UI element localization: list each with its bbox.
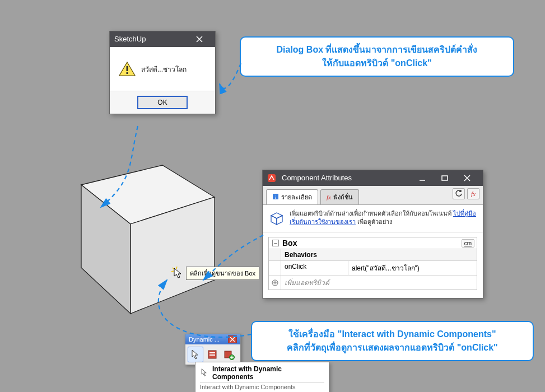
svg-marker-10	[271, 213, 282, 218]
attribute-grid: − Box cm Behaviors onClick alert("สวัสดี…	[268, 237, 477, 290]
tab-functions[interactable]: fx ฟังก์ชั่น	[320, 189, 359, 204]
dialog-title: SketchUp	[114, 31, 188, 47]
toggle-formula-button[interactable]: fx	[467, 188, 479, 199]
close-icon[interactable]	[456, 170, 478, 186]
component-name: Box	[282, 239, 462, 248]
sketchup-alert-dialog: SketchUp สวัสดี...ชาวโลก OK	[109, 31, 216, 114]
svg-rect-4	[127, 66, 128, 71]
interact-cursor-icon	[200, 368, 209, 379]
tool-component-attributes[interactable]	[221, 347, 237, 362]
svg-rect-16	[209, 354, 215, 356]
interact-cursor: คลิกเพื่อดูขนาดของ Box	[171, 267, 259, 280]
dialog-titlebar[interactable]: SketchUp	[110, 31, 215, 47]
svg-rect-15	[209, 352, 215, 353]
annotation-callout-top: Dialog Box ที่แสดงขึ้นมาจากการเขียนสคริป…	[240, 36, 514, 77]
tab-detail[interactable]: i รายละเอียด	[266, 189, 318, 204]
dynamic-components-toolbar[interactable]: Dynamic ...	[185, 334, 241, 365]
tab-label: ฟังก์ชั่น	[333, 192, 353, 202]
toolbar-header[interactable]: Dynamic ...	[185, 334, 240, 344]
tool-interact[interactable]	[188, 347, 203, 362]
section-behaviors: Behaviors	[281, 249, 320, 260]
annotation-callout-bottom: ใช้เครื่องมือ "Interact with Dynamic Com…	[251, 321, 534, 361]
tab-label: รายละเอียด	[281, 192, 312, 202]
app-icon	[267, 174, 276, 183]
component-attributes-window: Component Attributes i รายละเอียด fx ฟัง…	[262, 170, 483, 298]
svg-marker-11	[271, 216, 277, 225]
info-bar: เพิ่มแอตทริบิวต์ด้านล่างเพื่อกำหนดตัวเลื…	[263, 205, 483, 232]
annotated-screenshot: SketchUp สวัสดี...ชาวโลก OK Dialog Box ท…	[0, 0, 545, 392]
interact-cursor-icon	[171, 267, 185, 280]
maximize-icon[interactable]	[434, 170, 456, 186]
refresh-button[interactable]	[453, 188, 465, 199]
callout-text: ใช้เครื่องมือ "Interact with Dynamic Com…	[287, 329, 497, 352]
add-attribute-link[interactable]: เพิ่มแอตทริบิวต์	[281, 276, 477, 290]
warning-icon	[119, 62, 136, 76]
cursor-tooltip: คลิกเพื่อดูขนาดของ Box	[186, 267, 259, 280]
toolbar-tooltip-card: Interact with Dynamic Components Interac…	[195, 362, 329, 392]
component-box-3d[interactable]	[59, 146, 227, 325]
add-icon[interactable]	[269, 276, 281, 290]
dialog-message: สวัสดี...ชาวโลก	[141, 64, 187, 74]
callout-text: Dialog Box ที่แสดงขึ้นมาจากการเขียนสคริป…	[276, 45, 477, 68]
tool-component-options[interactable]	[204, 347, 220, 362]
close-icon[interactable]	[188, 31, 211, 47]
window-titlebar[interactable]: Component Attributes	[263, 170, 483, 186]
info-icon: i	[272, 193, 279, 201]
svg-rect-7	[442, 176, 448, 180]
attr-value-onclick[interactable]: alert("สวัสดี...ชาวโลก")	[348, 261, 477, 275]
collapse-icon[interactable]: −	[272, 240, 279, 246]
close-icon[interactable]	[228, 335, 237, 343]
svg-rect-5	[127, 72, 128, 74]
tooltip-title: Interact with Dynamic Components	[212, 365, 324, 381]
svg-marker-12	[277, 216, 282, 225]
ok-button[interactable]: OK	[137, 96, 188, 109]
window-title: Component Attributes	[278, 170, 411, 186]
minimize-icon[interactable]	[411, 170, 434, 186]
tooltip-desc: Interact with Dynamic Components	[200, 382, 324, 390]
info-text: เพิ่มแอตทริบิวต์ด้านล่างเพื่อกำหนดตัวเลื…	[290, 209, 477, 227]
attr-name-onclick[interactable]: onClick	[281, 261, 348, 275]
tabs-bar: i รายละเอียด fx ฟังก์ชั่น fx	[263, 186, 483, 205]
fx-icon: fx	[327, 194, 331, 200]
wire-cube-icon	[268, 209, 285, 227]
unit-selector[interactable]: cm	[462, 239, 474, 248]
toolbar-title: Dynamic ...	[189, 336, 228, 343]
